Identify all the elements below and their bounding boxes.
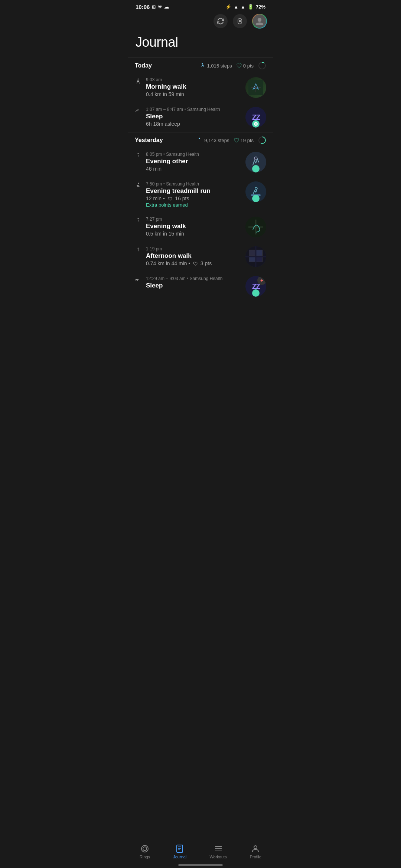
status-left: 10:06 ⊞ ✳ ☁ xyxy=(136,4,169,10)
today-pts: 0 pts xyxy=(237,63,254,69)
svg-point-14 xyxy=(138,153,139,154)
sleep-icon: z z xyxy=(135,108,142,116)
heart-inline-icon xyxy=(168,197,172,201)
walk-icon xyxy=(135,78,142,86)
evening-other-time: 8:05 pm • Samsung Health xyxy=(146,152,245,157)
steps-icon-yesterday xyxy=(197,137,203,143)
svg-point-3 xyxy=(259,62,265,69)
section-today-label: Today xyxy=(135,62,152,69)
activity-afternoon-walk[interactable]: 1:19 pm Afternoon walk 0.74 km in 44 min… xyxy=(128,242,273,272)
sleep-today-thumb: ZZ xyxy=(245,107,266,128)
svg-point-18 xyxy=(254,167,258,171)
status-right: ⚡ ▲ ▲ 🔋 72% xyxy=(225,4,265,10)
activity-evening-walk[interactable]: 7:27 pm Evening walk 0.5 km in 15 min xyxy=(128,212,273,242)
strava-icon xyxy=(254,122,258,126)
treadmill-thumb xyxy=(245,181,266,202)
sleep-yesterday-content: 12:29 am – 9:03 am • Samsung Health Slee… xyxy=(146,276,245,290)
strava-icon-eo xyxy=(254,167,258,171)
zzz-icon: z z xyxy=(135,108,141,114)
activity-left-sleep: z z 1:07 am – 8:47 am • Samsung Health S… xyxy=(135,107,245,127)
sync-button[interactable] xyxy=(213,14,228,28)
status-time: 10:06 xyxy=(136,4,150,10)
activity-sleep-today[interactable]: z z 1:07 am – 8:47 am • Samsung Health S… xyxy=(128,102,273,132)
evening-walk-time: 7:27 pm xyxy=(146,217,245,222)
afternoon-walk-content: 1:19 pm Afternoon walk 0.74 km in 44 min… xyxy=(146,246,245,266)
evening-walk-name: Evening walk xyxy=(146,223,245,230)
yesterday-progress-circle xyxy=(258,136,266,144)
page-title: Journal xyxy=(128,32,273,57)
morning-walk-detail: 0.4 km in 59 min xyxy=(146,91,245,97)
svg-rect-31 xyxy=(249,250,256,256)
today-progress-circle xyxy=(258,62,266,70)
svg-text:zz: zz xyxy=(136,278,139,282)
activity-left: 9:03 am Morning walk 0.4 km in 59 min xyxy=(135,77,245,97)
svg-rect-32 xyxy=(256,250,263,256)
walking-icon-aw xyxy=(135,247,141,254)
treadmill-detail: 12 min • 16 pts xyxy=(146,195,245,201)
walking-figure-icon xyxy=(135,78,141,85)
activity-evening-other[interactable]: 8:05 pm • Samsung Health Evening other 4… xyxy=(128,147,273,177)
afternoon-walk-detail: 0.74 km in 44 min • 3 pts xyxy=(146,260,245,266)
yesterday-steps: 9,143 steps xyxy=(197,137,229,143)
afternoon-walk-thumb xyxy=(245,246,266,267)
sleep-today-content: 1:07 am – 8:47 am • Samsung Health Sleep… xyxy=(146,107,245,127)
wifi-icon: ▲ xyxy=(234,4,238,10)
section-today: Today 1,015 steps 0 pts xyxy=(128,57,273,73)
svg-point-17 xyxy=(254,157,257,160)
svg-point-21 xyxy=(255,187,257,190)
evening-other-detail: 46 min xyxy=(146,166,245,172)
strava-badge-et xyxy=(252,195,260,202)
evening-walk-thumb xyxy=(245,217,266,237)
walk-icon-ew xyxy=(135,217,142,226)
extra-points-label: Extra points earned xyxy=(146,202,245,208)
yesterday-pts-value: 19 pts xyxy=(241,138,254,143)
section-today-stats: 1,015 steps 0 pts xyxy=(200,62,266,70)
status-bar: 10:06 ⊞ ✳ ☁ ⚡ ▲ ▲ 🔋 72% xyxy=(128,0,273,12)
svg-point-22 xyxy=(254,197,258,200)
evening-walk-detail: 0.5 km in 15 min xyxy=(146,231,245,237)
treadmill-content: 7:50 pm • Samsung Health Evening treadmi… xyxy=(146,181,245,208)
evening-other-thumb xyxy=(245,152,266,172)
heart-inline-aw xyxy=(193,262,198,266)
avatar xyxy=(253,14,266,28)
treadmill-time: 7:50 pm • Samsung Health xyxy=(146,181,245,187)
add-button-overlay[interactable]: + xyxy=(257,276,266,285)
figure-icon-eo xyxy=(135,152,141,159)
walking-icon-ew xyxy=(135,217,141,224)
svg-text:z: z xyxy=(137,108,139,112)
today-steps: 1,015 steps xyxy=(200,63,232,69)
status-icon-cloud: ☁ xyxy=(164,4,169,10)
sleep-today-name: Sleep xyxy=(146,113,245,120)
morning-walk-thumb xyxy=(245,77,266,98)
zzz-icon-sy: zz xyxy=(135,277,141,283)
evening-walk-content: 7:27 pm Evening walk 0.5 km in 15 min xyxy=(146,217,245,237)
activity-morning-walk[interactable]: 9:03 am Morning walk 0.4 km in 59 min xyxy=(128,73,273,102)
sleep-today-time: 1:07 am – 8:47 am • Samsung Health xyxy=(146,107,245,112)
svg-point-5 xyxy=(138,79,139,80)
sleep-yesterday-time: 12:29 am – 9:03 am • Samsung Health xyxy=(146,276,245,281)
svg-point-28 xyxy=(138,248,139,249)
activity-sleep-yesterday[interactable]: zz 12:29 am – 9:03 am • Samsung Health S… xyxy=(128,272,273,301)
scrollable-content: Today 1,015 steps 0 pts xyxy=(128,57,273,331)
afternoon-walk-name: Afternoon walk xyxy=(146,252,245,260)
afternoon-walk-time: 1:19 pm xyxy=(146,246,245,251)
sleep-yesterday-name: Sleep xyxy=(146,282,245,289)
activity-left-ew: 7:27 pm Evening walk 0.5 km in 15 min xyxy=(135,217,245,237)
watch-button[interactable] xyxy=(233,14,247,28)
treadmill-name: Evening treadmill run xyxy=(146,187,245,195)
activity-evening-treadmill[interactable]: 7:50 pm • Samsung Health Evening treadmi… xyxy=(128,177,273,212)
map-thumb-svg xyxy=(248,80,263,95)
running-icon xyxy=(135,182,141,189)
signal-icon: ▲ xyxy=(241,4,245,10)
strava-badge xyxy=(252,120,260,128)
status-icon-grid: ⊞ xyxy=(152,4,156,10)
map-dark-thumb xyxy=(245,217,266,237)
sleep-yesterday-thumb: ZZ + xyxy=(245,276,266,297)
svg-point-38 xyxy=(254,292,258,295)
section-yesterday: Yesterday 9,143 steps 19 pts xyxy=(128,132,273,147)
walk-icon-aw xyxy=(135,247,142,255)
today-steps-value: 1,015 steps xyxy=(207,63,232,69)
battery-percent: 72% xyxy=(256,4,265,10)
section-yesterday-stats: 9,143 steps 19 pts xyxy=(197,136,266,144)
avatar-button[interactable] xyxy=(252,14,267,29)
